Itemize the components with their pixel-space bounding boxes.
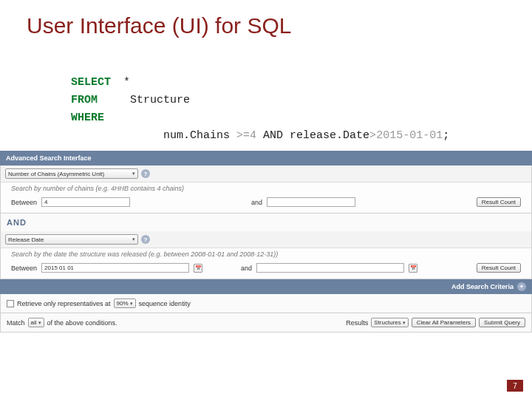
sql-field: num.Chains: [157, 129, 236, 142]
sql-field: release.Date: [290, 129, 369, 142]
between-label: Between: [11, 199, 37, 206]
chevron-down-icon: ▾: [132, 236, 135, 242]
help-icon[interactable]: ?: [141, 235, 150, 244]
sql-terminator: ;: [443, 129, 449, 142]
chevron-down-icon: ▾: [403, 320, 406, 326]
page-number: 7: [507, 380, 523, 392]
help-icon[interactable]: ?: [141, 169, 150, 178]
plus-icon: +: [517, 282, 526, 291]
match-dropdown[interactable]: all ▾: [28, 318, 44, 327]
dropdown-label: Structures: [374, 319, 400, 326]
retrieve-text: Retrieve only representatives at: [17, 300, 111, 307]
from-date-input[interactable]: 2015 01 01: [41, 263, 189, 273]
chevron-down-icon: ▾: [38, 320, 41, 326]
identity-dropdown[interactable]: 90% ▾: [114, 299, 136, 308]
advanced-search-panel: Advanced Search Interface Number of Chai…: [0, 151, 532, 332]
sql-select-body: *: [117, 74, 130, 92]
search-footer: Retrieve only representatives at 90% ▾ s…: [0, 294, 532, 313]
sql-from-body: Structure: [117, 92, 190, 109]
sql-from-kw: FROM: [71, 92, 117, 109]
criterion-description: Search by number of chains (e.g. 4HHB co…: [1, 183, 531, 194]
criterion-block: Number of Chains (Asymmetric Unit) ▾ ? S…: [0, 166, 532, 214]
and-separator: AND: [0, 214, 532, 231]
add-search-criteria-bar[interactable]: Add Search Criteria +: [0, 279, 532, 294]
match-label: Match: [7, 319, 25, 327]
result-count-button[interactable]: Result Count: [477, 263, 521, 273]
and-label: and: [241, 265, 252, 272]
advanced-search-header: Advanced Search Interface: [0, 151, 532, 166]
criterion-block: Release Date ▾ ? Search by the date the …: [0, 231, 532, 279]
sql-and: AND: [256, 129, 290, 142]
search-footer-2: Match all ▾ of the above conditions. Res…: [0, 313, 532, 332]
criterion-type-dropdown[interactable]: Release Date ▾: [5, 234, 138, 245]
between-label: Between: [11, 265, 37, 272]
results-label: Results: [346, 319, 368, 327]
sql-op: >=4: [236, 129, 256, 142]
sql-op: >: [369, 129, 376, 142]
slide-title: User Interface (UI) for SQL: [27, 13, 291, 38]
to-input[interactable]: [267, 197, 355, 207]
submit-query-button[interactable]: Submit Query: [479, 318, 525, 327]
clear-all-button[interactable]: Clear All Parameters: [412, 318, 476, 327]
calendar-icon[interactable]: 📅: [194, 264, 202, 273]
chevron-down-icon: ▾: [132, 171, 135, 177]
results-dropdown[interactable]: Structures ▾: [371, 318, 408, 327]
dropdown-label: Release Date: [8, 236, 44, 243]
criterion-type-dropdown[interactable]: Number of Chains (Asymmetric Unit) ▾: [5, 168, 138, 179]
and-label: and: [251, 199, 262, 206]
chevron-down-icon: ▾: [130, 301, 133, 307]
criterion-description: Search by the date the structure was rel…: [1, 248, 531, 260]
result-count-button[interactable]: Result Count: [477, 197, 521, 207]
to-date-input[interactable]: [256, 263, 404, 273]
dropdown-label: Number of Chains (Asymmetric Unit): [8, 171, 104, 177]
sql-select-kw: SELECT: [71, 74, 117, 92]
from-input[interactable]: 4: [41, 197, 130, 207]
add-criteria-label: Add Search Criteria: [451, 283, 514, 290]
dropdown-label: 90%: [117, 300, 129, 307]
sql-code-block: SELECT * FROM Structure WHERE num.Chains…: [71, 74, 449, 163]
calendar-icon[interactable]: 📅: [409, 264, 417, 273]
sql-val: 2015-01-01: [376, 129, 443, 142]
representatives-checkbox[interactable]: [7, 300, 14, 307]
dropdown-label: all: [31, 319, 37, 326]
retrieve-text: sequence identity: [139, 300, 191, 307]
match-suffix: of the above conditions.: [47, 319, 117, 327]
